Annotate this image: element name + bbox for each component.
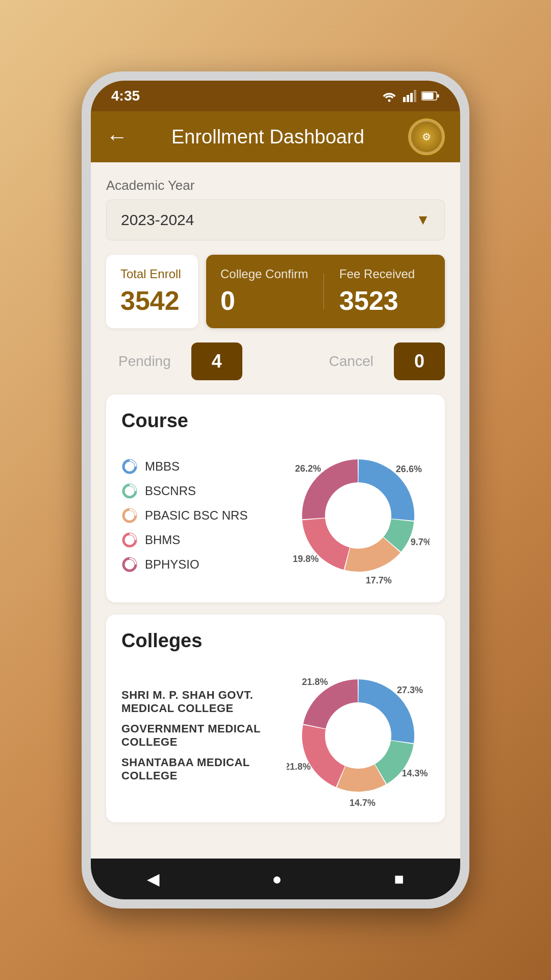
pending-cancel-row: Pending 4 Cancel 0 xyxy=(106,342,445,380)
main-content: Academic Year 2023-2024 ▼ Total Enroll 3… xyxy=(91,162,460,859)
back-nav-button[interactable]: ◀ xyxy=(147,869,160,889)
legend-item: PBASIC BSC NRS xyxy=(121,507,247,524)
pending-value: 4 xyxy=(191,342,242,380)
college-list-item: SHRI M. P. SHAH GOVT. MEDICAL COLLEGE xyxy=(121,689,287,715)
legend-item: BSCNRS xyxy=(121,483,247,499)
course-donut-chart: 26.6%9.7%17.7%19.8%26.2% xyxy=(287,444,430,587)
colleges-chart-area: SHRI M. P. SHAH GOVT. MEDICAL COLLEGEGOV… xyxy=(121,664,430,807)
college-list-item: GOVERNMENT MEDICAL COLLEGE xyxy=(121,722,287,749)
legend-item: BHMS xyxy=(121,532,247,548)
status-time: 4:35 xyxy=(111,88,140,104)
course-legend: MBBS BSCNRS PBASIC BSC NRS BHMS BPHYSIO xyxy=(121,458,247,573)
svg-text:17.7%: 17.7% xyxy=(366,575,392,585)
total-enroll-value: 3542 xyxy=(120,285,184,316)
legend-icon xyxy=(121,483,138,499)
stats-row: Total Enroll 3542 College Confirm 0 Fee … xyxy=(106,255,445,328)
legend-item: BPHYSIO xyxy=(121,556,247,573)
app-header: ← Enrollment Dashboard ⚙ xyxy=(91,111,460,162)
page-title: Enrollment Dashboard xyxy=(138,126,398,148)
svg-rect-6 xyxy=(422,93,434,100)
colleges-donut-chart: 27.3%14.3%14.7%21.8%21.8% xyxy=(287,664,430,807)
fee-received-label: Fee Received xyxy=(339,267,415,281)
cancel-label: Cancel xyxy=(251,344,386,379)
recent-nav-button[interactable]: ■ xyxy=(394,870,404,889)
college-confirm-label: College Confirm xyxy=(220,267,308,281)
confirm-fee-card: College Confirm 0 Fee Received 3523 xyxy=(206,255,445,328)
course-card: Course MBBS BSCNRS PBASIC BSC NRS B xyxy=(106,395,445,602)
course-title: Course xyxy=(121,410,430,432)
fee-received-item: Fee Received 3523 xyxy=(339,267,415,316)
total-enroll-card: Total Enroll 3542 xyxy=(106,255,198,328)
total-enroll-label: Total Enroll xyxy=(120,267,184,281)
wifi-icon xyxy=(381,90,398,102)
legend-icon xyxy=(121,556,138,573)
svg-rect-3 xyxy=(410,93,413,102)
svg-rect-2 xyxy=(407,95,409,102)
cancel-value: 0 xyxy=(394,342,445,380)
legend-item: MBBS xyxy=(121,458,247,475)
chevron-down-icon: ▼ xyxy=(416,212,430,228)
academic-year-label: Academic Year xyxy=(106,178,445,193)
svg-text:9.7%: 9.7% xyxy=(411,537,430,547)
college-list-item: SHANTABAA MEDICAL COLLEGE xyxy=(121,756,287,782)
svg-text:27.3%: 27.3% xyxy=(397,685,423,695)
svg-point-0 xyxy=(388,100,391,102)
bottom-navigation: ◀ ● ■ xyxy=(91,859,460,899)
college-confirm-item: College Confirm 0 xyxy=(220,267,308,316)
pending-label: Pending xyxy=(106,344,183,379)
fee-received-value: 3523 xyxy=(339,285,398,316)
svg-text:21.8%: 21.8% xyxy=(302,677,328,687)
legend-icon xyxy=(121,458,138,475)
home-nav-button[interactable]: ● xyxy=(272,870,282,889)
battery-icon xyxy=(421,91,440,101)
year-dropdown[interactable]: 2023-2024 ▼ xyxy=(106,200,445,240)
year-value: 2023-2024 xyxy=(121,211,194,229)
colleges-card: Colleges SHRI M. P. SHAH GOVT. MEDICAL C… xyxy=(106,615,445,822)
svg-text:19.8%: 19.8% xyxy=(293,554,319,564)
status-icons xyxy=(381,90,440,102)
college-confirm-value: 0 xyxy=(220,285,235,316)
svg-rect-4 xyxy=(414,90,416,102)
svg-rect-7 xyxy=(437,94,439,97)
svg-text:14.3%: 14.3% xyxy=(402,768,428,778)
svg-text:26.2%: 26.2% xyxy=(295,463,321,474)
svg-text:21.8%: 21.8% xyxy=(287,762,311,772)
colleges-title: Colleges xyxy=(121,630,430,652)
svg-text:14.7%: 14.7% xyxy=(349,798,375,807)
status-bar: 4:35 xyxy=(91,81,460,111)
legend-icon xyxy=(121,507,138,524)
svg-text:26.6%: 26.6% xyxy=(396,464,422,474)
avatar[interactable]: ⚙ xyxy=(408,118,445,155)
legend-icon xyxy=(121,532,138,548)
stat-divider xyxy=(323,274,324,309)
svg-rect-1 xyxy=(403,97,406,102)
course-chart-area: MBBS BSCNRS PBASIC BSC NRS BHMS BPHYSIO … xyxy=(121,444,430,587)
avatar-inner: ⚙ xyxy=(411,121,442,152)
back-button[interactable]: ← xyxy=(106,125,128,149)
college-list: SHRI M. P. SHAH GOVT. MEDICAL COLLEGEGOV… xyxy=(121,689,287,782)
signal-icon xyxy=(403,90,416,102)
